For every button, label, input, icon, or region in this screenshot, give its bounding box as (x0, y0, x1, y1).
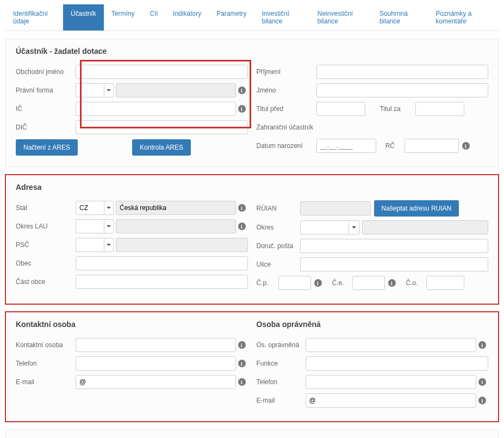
input-telefon-ko[interactable] (76, 356, 236, 371)
label-email-ko: E-mail (16, 378, 76, 386)
input-ce[interactable] (352, 276, 385, 290)
tab-parametry[interactable]: Parametry (209, 4, 254, 30)
info-icon[interactable]: i (238, 223, 246, 230)
input-cast-obce[interactable] (76, 275, 248, 289)
label-prijmeni: Příjmení (257, 68, 316, 76)
info-icon[interactable]: i (462, 142, 470, 150)
input-okres-lau-code[interactable] (76, 219, 104, 233)
label-okres: Okres (257, 224, 300, 231)
label-co: Č.o. (401, 279, 423, 287)
input-doruc-posta[interactable] (300, 239, 489, 253)
title-kontaktni-osoba: Kontaktní osoba (16, 320, 248, 329)
label-rc: RČ (379, 142, 401, 150)
panel-ucastnik: Účastník - žadatel dotace Obchodní jméno… (5, 39, 499, 167)
label-ce: Č.e. (327, 279, 349, 287)
info-icon[interactable]: i (478, 341, 486, 349)
label-cast-obce: Část obce (16, 278, 76, 286)
tab-investicni[interactable]: Investiční bilance (254, 4, 310, 30)
label-ulice: Ulice (257, 261, 300, 268)
info-icon[interactable]: i (238, 204, 246, 212)
button-kontrola-ares[interactable]: Kontrola ARES (132, 139, 191, 156)
label-telefon-op: Telefon (257, 378, 306, 386)
button-naseptat-ruian[interactable]: Našeptat adresu RUIAN (374, 200, 459, 217)
input-stat-code[interactable] (76, 201, 104, 215)
info-icon[interactable]: i (238, 105, 246, 113)
tab-souhrnna[interactable]: Souhrnná bilance (372, 4, 428, 30)
label-obchodni-jmeno: Obchodní jméno (16, 68, 76, 76)
input-kontaktni-osoba[interactable] (76, 338, 236, 352)
label-funkce: Funkce (257, 360, 306, 367)
info-icon[interactable]: i (478, 378, 486, 386)
input-ic[interactable] (76, 102, 236, 116)
input-telefon-op[interactable] (306, 375, 477, 389)
caret-icon (107, 244, 111, 246)
caret-icon (107, 89, 111, 91)
label-jmeno: Jméno (257, 87, 316, 94)
input-titul-za[interactable] (415, 102, 464, 116)
input-funkce[interactable] (306, 356, 489, 371)
button-nacteni-ares[interactable]: Načtení z ARES (16, 139, 78, 156)
panel-ucastnik-title: Účastník - žadatel dotace (16, 47, 488, 55)
input-titul-pred[interactable] (316, 102, 365, 116)
input-obec[interactable] (76, 256, 248, 270)
label-cp: Č.p. (257, 279, 278, 287)
input-prijmeni[interactable] (316, 65, 489, 79)
caret-icon (107, 207, 111, 209)
label-pravni-forma: Právní forma (16, 87, 76, 94)
dropdown-stat[interactable] (104, 201, 114, 215)
input-os-opravnena[interactable] (306, 338, 477, 352)
input-dic[interactable] (76, 120, 248, 134)
input-okres-lau-text (116, 219, 236, 233)
input-ulice[interactable] (300, 257, 489, 272)
label-ic: IČ (16, 105, 76, 113)
label-os-opravnena: Os. oprávněná (257, 341, 306, 349)
label-doruc-posta: Doruč. pošta (257, 242, 300, 250)
info-icon[interactable]: i (238, 87, 246, 94)
input-psc-text (116, 238, 248, 252)
tab-terminy[interactable]: Termíny (104, 4, 142, 30)
info-icon[interactable]: i (388, 279, 396, 287)
info-icon[interactable]: i (238, 360, 246, 367)
input-pravni-forma-text (116, 83, 236, 97)
input-psc-code[interactable] (76, 238, 104, 252)
panel-adresa: Adresa Stát i Okres LAU i PSČ (5, 175, 499, 304)
label-titul-za: Titul za (369, 105, 412, 113)
input-stat-text (116, 201, 236, 215)
input-obchodni-jmeno[interactable] (76, 65, 248, 79)
tab-cil[interactable]: Cíl (142, 4, 165, 30)
input-cp[interactable] (278, 276, 311, 290)
tab-poznamky[interactable]: Poznámky a komentáře (428, 4, 499, 30)
label-ruian: RÚIAN (257, 205, 300, 212)
label-titul-pred: Titul před (257, 105, 316, 113)
dropdown-psc[interactable] (104, 238, 114, 252)
tab-indikatory[interactable]: Indikátory (165, 4, 209, 30)
label-telefon-ko: Telefon (16, 360, 76, 367)
dropdown-okres-lau[interactable] (104, 219, 114, 233)
input-ruian (300, 201, 371, 215)
input-datum-narozeni[interactable] (316, 139, 376, 153)
label-stat: Stát (16, 204, 76, 212)
input-pravni-forma-code[interactable] (76, 83, 104, 97)
label-okres-lau: Okres LAU (16, 223, 76, 230)
input-email-ko[interactable] (76, 375, 236, 389)
input-okres-text (362, 220, 489, 235)
tab-identifikacni[interactable]: Identifikační údaje (5, 4, 63, 30)
caret-icon (352, 226, 356, 229)
label-zahranicni: Zahraniční účastník (257, 124, 316, 131)
dropdown-okres[interactable] (349, 220, 360, 235)
label-dic: DIČ (16, 124, 76, 131)
input-jmeno[interactable] (316, 83, 489, 97)
info-icon[interactable]: i (314, 279, 322, 287)
title-osoba-opravnena: Osoba oprávněná (257, 320, 489, 329)
tab-ucastnik[interactable]: Účastník (63, 4, 104, 30)
tab-neinvesticni[interactable]: Neinvestiční bilance (310, 4, 372, 30)
input-rc[interactable] (405, 139, 459, 153)
dropdown-pravni-forma[interactable] (104, 83, 114, 97)
info-icon[interactable]: i (238, 378, 246, 386)
info-icon[interactable]: i (238, 341, 246, 349)
input-okres-code[interactable] (300, 220, 349, 235)
input-co[interactable] (426, 276, 464, 290)
input-email-op[interactable] (306, 393, 477, 408)
tab-bar: Identifikační údaje Účastník Termíny Cíl… (5, 4, 499, 31)
info-icon[interactable]: i (478, 397, 486, 404)
